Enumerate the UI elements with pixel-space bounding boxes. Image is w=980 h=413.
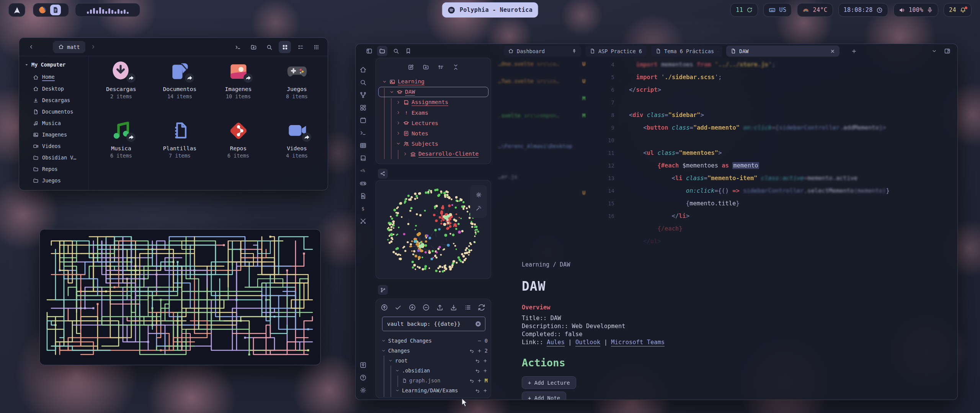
git-row-graph.json[interactable]: graph.jsonM	[379, 376, 488, 385]
ribbon-table-button[interactable]	[359, 142, 367, 150]
git-minus-circle-button[interactable]	[422, 304, 431, 312]
nav-back-button[interactable]	[26, 42, 36, 52]
folder-Descargas[interactable]: Descargas 2 items	[92, 60, 150, 119]
git-row-Staged Changes[interactable]: Staged Changes0	[379, 336, 488, 346]
wand-icon[interactable]	[475, 205, 482, 211]
tree-item-Desarrollo-Cliente[interactable]: Desarrollo-Cliente	[378, 149, 488, 159]
sidebar-item-Videos[interactable]: Videos	[24, 140, 88, 152]
launcher-button[interactable]	[8, 3, 25, 17]
git-row-Learning/DAW/Exams[interactable]: Learning/DAW/Exams	[379, 385, 488, 395]
sidebar-item-Documentos[interactable]: Documentos	[24, 106, 88, 117]
git-panel-tab[interactable]	[378, 285, 388, 295]
explorer-sort-button[interactable]	[436, 62, 446, 72]
tree-item-DAW[interactable]: DAW	[378, 87, 488, 97]
ribbon-help-button[interactable]	[359, 374, 367, 382]
plus-icon[interactable]	[483, 388, 488, 393]
git-row-.obsidian[interactable]: .obsidian	[379, 366, 488, 376]
status-clock[interactable]: 18:08:28	[838, 3, 888, 17]
sidebar-item-Descargas[interactable]: Descargas	[24, 94, 88, 106]
clear-input-icon[interactable]	[475, 320, 482, 327]
sidebar-item-Juegos[interactable]: Juegos	[24, 175, 88, 186]
ribbon-gamepad-button[interactable]	[359, 180, 367, 187]
link-Microsoft Teams[interactable]: Microsoft Teams	[611, 339, 665, 346]
tab-Tema 6 Prácticas -…[interactable]: Tema 6 Prácticas -…	[651, 46, 722, 57]
ribbon-book-button[interactable]	[359, 154, 367, 162]
editor-pane[interactable]: …One.svelte src\co…U…Two.svelte src\co…U…	[491, 58, 957, 400]
tab-ASP Practice 6[interactable]: ASP Practice 6	[585, 46, 647, 57]
tree-item-Learning[interactable]: Learning	[378, 76, 488, 87]
git-download2-button[interactable]	[450, 304, 458, 312]
minus-icon[interactable]	[477, 338, 482, 343]
explorer-collapse-button[interactable]	[451, 62, 461, 72]
sidebar-item-Desktop[interactable]: Desktop	[24, 83, 88, 94]
git-refresh-button[interactable]	[478, 304, 486, 312]
ribbon-gear-button[interactable]	[359, 387, 367, 394]
ribbon-search-button[interactable]	[359, 79, 367, 86]
sidebar-item-Home[interactable]: Home	[24, 72, 88, 83]
tree-item-Notes[interactable]: Notes	[378, 128, 488, 138]
undo-icon[interactable]	[469, 378, 474, 383]
workspace-search-button[interactable]	[391, 46, 401, 56]
ribbon-file-search-button[interactable]	[359, 192, 367, 200]
ribbon-vault-button[interactable]	[359, 361, 367, 369]
status-keyboard[interactable]: US	[763, 3, 792, 17]
tree-item-Assignments[interactable]: Assignments	[378, 97, 488, 107]
sidebar-item-Musica[interactable]: Musica	[24, 117, 88, 129]
toolbar-list-view-button[interactable]	[294, 41, 307, 53]
plus-icon[interactable]	[477, 378, 482, 383]
tab-list-chevron-button[interactable]	[929, 46, 939, 56]
toolbar-grid-view-button[interactable]	[279, 41, 291, 53]
undo-icon[interactable]	[475, 368, 480, 373]
sidebar-root[interactable]: My Computer	[24, 62, 88, 68]
tab-DAW[interactable]: DAW	[726, 46, 840, 57]
ribbon-swords-button[interactable]	[359, 218, 367, 225]
plus-icon[interactable]	[483, 358, 488, 363]
toolbar-folder-plus-button[interactable]	[247, 41, 260, 53]
action-button--Add-Note[interactable]: + Add Note	[522, 392, 566, 400]
folder-Videos[interactable]: Videos 4 items	[268, 119, 326, 179]
folder-Musica[interactable]: Musica 6 items	[92, 119, 150, 179]
active-app-button[interactable]	[50, 5, 61, 15]
status-audio[interactable]: 100%	[893, 3, 938, 17]
ribbon-git-fork-button[interactable]	[359, 91, 367, 99]
sidebar-item-Repos[interactable]: Repos	[24, 163, 88, 175]
gear-icon[interactable]	[475, 192, 482, 198]
graph-panel-tab[interactable]	[378, 169, 388, 179]
link-Outlook[interactable]: Outlook	[575, 339, 600, 346]
link-Aules[interactable]: Aules	[547, 339, 565, 346]
workspace-columns-button[interactable]	[364, 46, 374, 56]
toolbar-search-button[interactable]	[263, 41, 275, 53]
undo-icon[interactable]	[469, 348, 474, 353]
status-notifications[interactable]: 24	[944, 3, 972, 17]
ribbon-calendar-button[interactable]	[359, 117, 367, 124]
nav-forward-button[interactable]	[88, 42, 98, 52]
plus-icon[interactable]	[477, 348, 482, 353]
sidebar-item-Imagenes[interactable]: Imagenes	[24, 129, 88, 140]
ribbon-layout-grid-button[interactable]	[359, 104, 367, 112]
folder-Plantillas[interactable]: Plantillas 7 items	[150, 119, 209, 179]
ribbon-code-pct-button[interactable]: <%	[359, 167, 367, 175]
workspace-bookmark-button[interactable]	[403, 46, 413, 56]
explorer-folder-plus-button[interactable]	[421, 62, 431, 72]
folder-Imagenes[interactable]: Imagenes 10 items	[209, 60, 268, 119]
app-button[interactable]	[38, 6, 47, 14]
sidebar-item-Obsidian V…[interactable]: Obsidian V…	[24, 152, 88, 163]
close-icon[interactable]	[830, 49, 835, 54]
plus-icon[interactable]	[483, 368, 488, 373]
tree-item-Exams[interactable]: ! Exams	[378, 107, 488, 118]
folder-Documentos[interactable]: Documentos 14 items	[150, 60, 209, 119]
commit-message-input[interactable]	[382, 317, 485, 331]
folder-Juegos[interactable]: Juegos 8 items	[268, 60, 326, 119]
git-row-root[interactable]: root	[379, 356, 488, 366]
tree-item-Lectures[interactable]: Lectures	[378, 118, 488, 128]
undo-icon[interactable]	[475, 388, 480, 393]
git-check-button[interactable]	[394, 304, 403, 312]
tab-Dashboard[interactable]: Dashboard	[504, 46, 581, 57]
ribbon-dollar-button[interactable]: $	[359, 205, 367, 213]
git-up-circle-button[interactable]	[381, 304, 389, 312]
git-plus-circle-button[interactable]	[408, 304, 417, 312]
toolbar-terminal-button[interactable]	[232, 41, 244, 53]
action-button--Add-Lecture[interactable]: + Add Lecture	[522, 376, 576, 389]
explorer-pencil-square-button[interactable]	[406, 62, 416, 72]
new-tab-button[interactable]	[849, 46, 859, 56]
